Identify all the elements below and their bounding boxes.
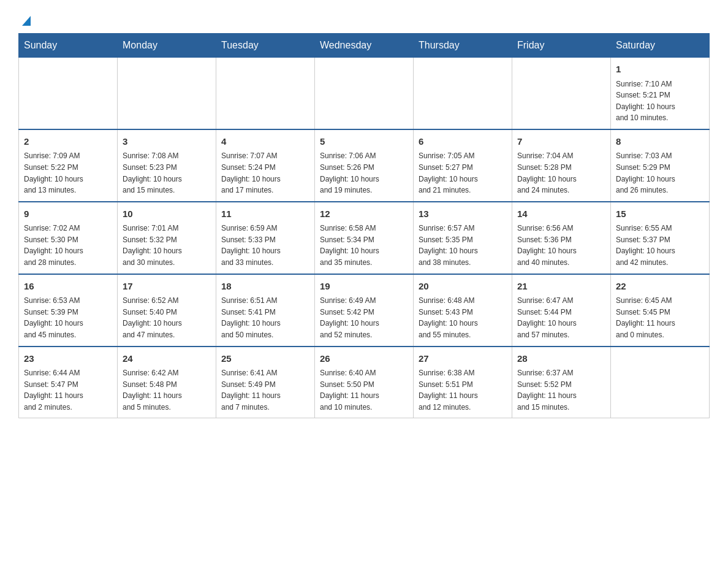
day-number: 23 [24,352,112,366]
day-info: Sunrise: 6:53 AM Sunset: 5:39 PM Dayligh… [24,295,112,340]
calendar-week-row: 2Sunrise: 7:09 AM Sunset: 5:22 PM Daylig… [19,129,710,202]
calendar-cell: 2Sunrise: 7:09 AM Sunset: 5:22 PM Daylig… [19,129,118,202]
calendar-cell: 9Sunrise: 7:02 AM Sunset: 5:30 PM Daylig… [19,202,118,274]
calendar-cell: 22Sunrise: 6:45 AM Sunset: 5:45 PM Dayli… [611,274,710,347]
calendar-cell [315,58,414,129]
day-info: Sunrise: 6:51 AM Sunset: 5:41 PM Dayligh… [221,295,309,340]
calendar-cell: 13Sunrise: 6:57 AM Sunset: 5:35 PM Dayli… [414,202,512,274]
calendar-cell [216,58,315,129]
day-info: Sunrise: 6:57 AM Sunset: 5:35 PM Dayligh… [419,223,507,268]
logo [18,12,33,27]
day-info: Sunrise: 7:07 AM Sunset: 5:24 PM Dayligh… [221,150,309,196]
day-info: Sunrise: 7:01 AM Sunset: 5:32 PM Dayligh… [123,223,211,268]
calendar-cell: 20Sunrise: 6:48 AM Sunset: 5:43 PM Dayli… [414,274,512,347]
day-info: Sunrise: 6:44 AM Sunset: 5:47 PM Dayligh… [24,367,112,413]
calendar-cell [512,58,611,129]
weekday-header-row: SundayMondayTuesdayWednesdayThursdayFrid… [19,34,710,58]
calendar-cell: 11Sunrise: 6:59 AM Sunset: 5:33 PM Dayli… [216,202,315,274]
day-number: 18 [221,280,309,294]
calendar-cell: 19Sunrise: 6:49 AM Sunset: 5:42 PM Dayli… [315,274,414,347]
day-info: Sunrise: 6:42 AM Sunset: 5:48 PM Dayligh… [123,367,211,413]
day-info: Sunrise: 6:58 AM Sunset: 5:34 PM Dayligh… [320,223,408,268]
day-number: 21 [517,280,605,294]
day-info: Sunrise: 6:56 AM Sunset: 5:36 PM Dayligh… [517,223,605,268]
calendar-week-row: 16Sunrise: 6:53 AM Sunset: 5:39 PM Dayli… [19,274,710,347]
calendar-cell [414,58,512,129]
day-info: Sunrise: 6:49 AM Sunset: 5:42 PM Dayligh… [320,295,408,340]
calendar-cell: 25Sunrise: 6:41 AM Sunset: 5:49 PM Dayli… [216,347,315,418]
calendar-week-row: 1Sunrise: 7:10 AM Sunset: 5:21 PM Daylig… [19,58,710,129]
calendar-cell: 3Sunrise: 7:08 AM Sunset: 5:23 PM Daylig… [118,129,216,202]
calendar-cell: 4Sunrise: 7:07 AM Sunset: 5:24 PM Daylig… [216,129,315,202]
day-info: Sunrise: 6:55 AM Sunset: 5:37 PM Dayligh… [616,223,704,268]
calendar-cell: 17Sunrise: 6:52 AM Sunset: 5:40 PM Dayli… [118,274,216,347]
weekday-header-sunday: Sunday [19,34,118,58]
day-number: 24 [123,352,211,366]
day-number: 3 [123,135,211,149]
calendar-cell: 5Sunrise: 7:06 AM Sunset: 5:26 PM Daylig… [315,129,414,202]
day-number: 17 [123,280,211,294]
calendar-cell: 27Sunrise: 6:38 AM Sunset: 5:51 PM Dayli… [414,347,512,418]
svg-marker-0 [22,16,31,26]
calendar-cell: 14Sunrise: 6:56 AM Sunset: 5:36 PM Dayli… [512,202,611,274]
day-number: 14 [517,207,605,221]
day-number: 19 [320,280,408,294]
calendar-cell: 12Sunrise: 6:58 AM Sunset: 5:34 PM Dayli… [315,202,414,274]
day-number: 2 [24,135,112,149]
calendar-cell [611,347,710,418]
calendar-cell: 7Sunrise: 7:04 AM Sunset: 5:28 PM Daylig… [512,129,611,202]
weekday-header-wednesday: Wednesday [315,34,414,58]
day-number: 13 [419,207,507,221]
day-info: Sunrise: 6:45 AM Sunset: 5:45 PM Dayligh… [616,295,704,340]
day-info: Sunrise: 6:38 AM Sunset: 5:51 PM Dayligh… [419,367,507,413]
day-number: 22 [616,280,704,294]
calendar-cell: 23Sunrise: 6:44 AM Sunset: 5:47 PM Dayli… [19,347,118,418]
day-number: 26 [320,352,408,366]
weekday-header-friday: Friday [512,34,611,58]
calendar-cell: 1Sunrise: 7:10 AM Sunset: 5:21 PM Daylig… [611,58,710,129]
weekday-header-tuesday: Tuesday [216,34,315,58]
day-number: 7 [517,135,605,149]
calendar-cell: 8Sunrise: 7:03 AM Sunset: 5:29 PM Daylig… [611,129,710,202]
calendar-week-row: 9Sunrise: 7:02 AM Sunset: 5:30 PM Daylig… [19,202,710,274]
logo-triangle-icon [20,13,33,27]
day-number: 11 [221,207,309,221]
day-number: 16 [24,280,112,294]
day-info: Sunrise: 7:06 AM Sunset: 5:26 PM Dayligh… [320,150,408,196]
day-info: Sunrise: 7:03 AM Sunset: 5:29 PM Dayligh… [616,150,704,196]
day-number: 4 [221,135,309,149]
calendar-cell: 15Sunrise: 6:55 AM Sunset: 5:37 PM Dayli… [611,202,710,274]
day-number: 8 [616,135,704,149]
calendar-cell: 21Sunrise: 6:47 AM Sunset: 5:44 PM Dayli… [512,274,611,347]
day-info: Sunrise: 6:52 AM Sunset: 5:40 PM Dayligh… [123,295,211,340]
day-info: Sunrise: 7:08 AM Sunset: 5:23 PM Dayligh… [123,150,211,196]
day-info: Sunrise: 7:05 AM Sunset: 5:27 PM Dayligh… [419,150,507,196]
weekday-header-thursday: Thursday [414,34,512,58]
day-info: Sunrise: 6:37 AM Sunset: 5:52 PM Dayligh… [517,367,605,413]
day-number: 1 [616,63,704,77]
day-number: 20 [419,280,507,294]
calendar-cell [118,58,216,129]
day-number: 5 [320,135,408,149]
day-number: 12 [320,207,408,221]
day-number: 25 [221,352,309,366]
calendar-cell: 16Sunrise: 6:53 AM Sunset: 5:39 PM Dayli… [19,274,118,347]
day-number: 9 [24,207,112,221]
weekday-header-monday: Monday [118,34,216,58]
day-info: Sunrise: 7:04 AM Sunset: 5:28 PM Dayligh… [517,150,605,196]
calendar-cell: 26Sunrise: 6:40 AM Sunset: 5:50 PM Dayli… [315,347,414,418]
calendar-cell: 24Sunrise: 6:42 AM Sunset: 5:48 PM Dayli… [118,347,216,418]
day-info: Sunrise: 7:09 AM Sunset: 5:22 PM Dayligh… [24,150,112,196]
day-info: Sunrise: 6:59 AM Sunset: 5:33 PM Dayligh… [221,223,309,268]
calendar-cell: 10Sunrise: 7:01 AM Sunset: 5:32 PM Dayli… [118,202,216,274]
day-number: 28 [517,352,605,366]
calendar-cell: 6Sunrise: 7:05 AM Sunset: 5:27 PM Daylig… [414,129,512,202]
calendar-cell: 28Sunrise: 6:37 AM Sunset: 5:52 PM Dayli… [512,347,611,418]
day-info: Sunrise: 6:40 AM Sunset: 5:50 PM Dayligh… [320,367,408,413]
calendar-cell: 18Sunrise: 6:51 AM Sunset: 5:41 PM Dayli… [216,274,315,347]
weekday-header-saturday: Saturday [611,34,710,58]
day-number: 6 [419,135,507,149]
calendar-week-row: 23Sunrise: 6:44 AM Sunset: 5:47 PM Dayli… [19,347,710,418]
day-info: Sunrise: 6:41 AM Sunset: 5:49 PM Dayligh… [221,367,309,413]
calendar-cell [19,58,118,129]
